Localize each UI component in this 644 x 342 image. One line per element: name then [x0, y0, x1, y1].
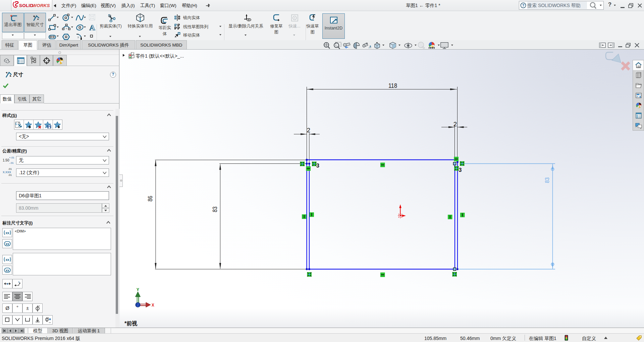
svg-text:x: x: [18, 281, 19, 283]
svg-text:2: 2: [453, 121, 457, 128]
svg-text:118: 118: [388, 82, 397, 89]
svg-text:2: 2: [307, 127, 310, 134]
svg-text:83: 83: [544, 178, 550, 183]
svg-text:?: ?: [522, 3, 524, 7]
svg-text:83: 83: [211, 207, 218, 212]
svg-text:x: x: [6, 282, 8, 285]
svg-text:xx: xx: [5, 258, 9, 262]
svg-text:xx: xx: [5, 269, 9, 272]
svg-text:xx: xx: [5, 231, 9, 235]
svg-text:xx: xx: [5, 242, 9, 246]
svg-text:3: 3: [316, 163, 319, 168]
svg-text:A: A: [89, 23, 95, 32]
svg-text:A: A: [369, 44, 371, 49]
svg-text:X: X: [152, 303, 154, 308]
svg-text:3: 3: [459, 167, 462, 173]
svg-text:Z: Z: [137, 303, 139, 308]
svg-text:86: 86: [147, 196, 154, 202]
svg-text:SOLID: SOLID: [19, 3, 33, 8]
svg-text:WORKS: WORKS: [32, 3, 50, 8]
